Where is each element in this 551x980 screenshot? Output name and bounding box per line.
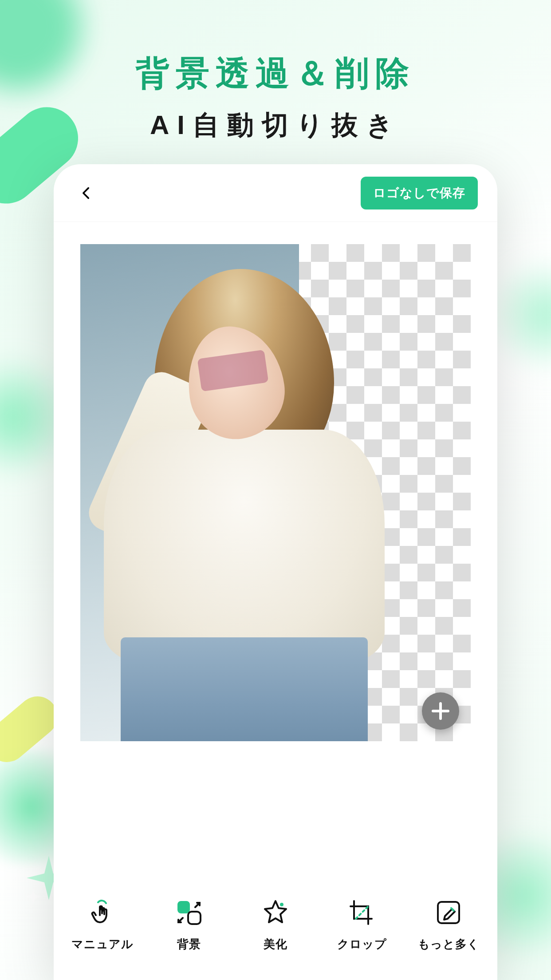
tool-more[interactable]: もっと多く: [411, 896, 486, 952]
crop-icon: [345, 896, 379, 929]
back-button[interactable]: [73, 180, 100, 206]
decor-blob: [489, 257, 551, 373]
tool-label: 美化: [264, 937, 287, 952]
editor-canvas[interactable]: [80, 244, 471, 741]
tool-crop[interactable]: クロップ: [324, 896, 400, 952]
add-layer-button[interactable]: [422, 692, 459, 730]
tool-label: 背景: [177, 937, 201, 952]
background-swap-icon: [172, 896, 206, 929]
bottom-toolbar: マニュアル 背景: [54, 878, 497, 980]
star-icon: [259, 896, 292, 929]
save-without-logo-button[interactable]: ロゴなしで保存: [361, 177, 478, 209]
promo-subtitle: AI自動切り抜き: [0, 107, 551, 143]
tool-label: マニュアル: [71, 937, 134, 952]
tool-label: クロップ: [337, 937, 387, 952]
app-bar: ロゴなしで保存: [54, 164, 497, 222]
tool-manual[interactable]: マニュアル: [65, 896, 140, 952]
promo-title: 背景透過＆削除: [0, 51, 551, 97]
svg-rect-3: [188, 912, 201, 924]
phone-frame: ロゴなしで保存: [54, 164, 497, 980]
svg-rect-2: [177, 901, 190, 913]
subject-cutout: [104, 269, 385, 741]
tool-label: もっと多く: [418, 937, 480, 952]
edit-icon: [432, 896, 465, 929]
hand-tap-icon: [86, 896, 119, 929]
tool-beautify[interactable]: 美化: [238, 896, 313, 952]
svg-marker-1: [26, 889, 41, 904]
chevron-left-icon: [79, 186, 94, 201]
tool-background[interactable]: 背景: [151, 896, 227, 952]
svg-point-4: [280, 903, 283, 906]
